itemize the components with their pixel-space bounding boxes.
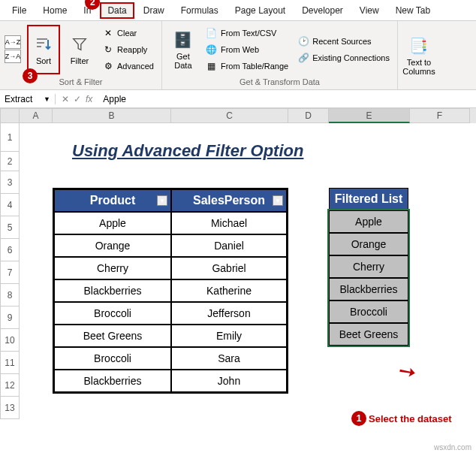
page-title: Using Advanced Filter Option — [72, 141, 303, 161]
recent-sources-button[interactable]: 🕑Recent Sources — [294, 34, 393, 49]
row-header[interactable]: 3 — [0, 171, 20, 194]
group-get-transform: 🗄️ Get Data 📄From Text/CSV 🌐From Web ▦Fr… — [162, 21, 398, 89]
watermark: wsxdn.com — [434, 443, 471, 451]
annotation-step1: 1 Select the dataset — [351, 411, 452, 426]
table-row[interactable]: OrangeDaniel — [54, 234, 287, 257]
tab-page-layout[interactable]: Page Layout — [227, 2, 293, 19]
row-header[interactable]: 2 — [0, 152, 20, 171]
reapply-button[interactable]: ↻Reapply — [99, 42, 157, 57]
callout-badge-3: 3 — [23, 68, 38, 83]
group-text-to-columns: 📑 Text to Columns — [398, 21, 440, 89]
recent-icon: 🕑 — [297, 35, 309, 47]
header-product[interactable]: Product▼ — [54, 189, 171, 212]
table-row[interactable]: Beet GreensEmily — [54, 325, 287, 347]
row-headers — [0, 108, 20, 123]
text-to-columns-icon: 📑 — [408, 35, 429, 56]
clear-button[interactable]: ✕Clear — [99, 26, 157, 41]
tab-file[interactable]: File — [5, 2, 34, 19]
row-header[interactable]: 7 — [0, 261, 20, 284]
list-item[interactable]: Broccoli — [329, 300, 408, 323]
get-data-button[interactable]: 🗄️ Get Data — [167, 25, 200, 74]
list-item[interactable]: Apple — [329, 210, 408, 233]
header-salesperson[interactable]: SalesPerson▼ — [171, 189, 287, 212]
clear-icon: ✕ — [102, 27, 114, 39]
table-row[interactable]: BlackberriesKatherine — [54, 279, 287, 302]
name-box[interactable]: Extract ▼ — [0, 94, 56, 104]
cancel-icon[interactable]: ✕ — [62, 94, 69, 104]
sort-za-button[interactable]: Z→A — [5, 50, 21, 63]
filter-label: Filter — [71, 56, 89, 65]
tab-developer[interactable]: Developer — [294, 2, 351, 19]
list-item[interactable]: Orange — [329, 233, 408, 255]
svg-rect-0 — [37, 38, 47, 40]
from-web-button[interactable]: 🌐From Web — [203, 42, 291, 57]
text-to-columns-button[interactable]: 📑 Text to Columns — [402, 31, 435, 80]
row-header[interactable]: 5 — [0, 216, 20, 239]
sort-button[interactable]: Sort 3 — [27, 25, 60, 74]
filter-button[interactable]: Filter — [63, 25, 96, 74]
tab-view[interactable]: View — [352, 2, 387, 19]
row-header[interactable]: 6 — [0, 239, 20, 261]
row-header[interactable]: 12 — [0, 374, 20, 397]
tab-data-label: Data — [107, 5, 126, 16]
col-header-a[interactable]: A — [20, 108, 53, 123]
table-row[interactable]: BlackberriesJohn — [54, 370, 287, 392]
formula-bar: Extract ▼ ✕ ✓ fx Apple — [0, 90, 476, 108]
svg-rect-1 — [37, 42, 44, 44]
table-row[interactable]: CherryGabriel — [54, 257, 287, 279]
table-row[interactable]: BroccoliSara — [54, 347, 287, 370]
row-header[interactable]: 10 — [0, 329, 20, 352]
tab-new-tab[interactable]: New Tab — [388, 2, 438, 19]
arrow-icon: ➘ — [393, 356, 421, 386]
from-table-button[interactable]: ▦From Table/Range — [203, 59, 291, 74]
filtered-header[interactable]: Filtered List — [329, 188, 408, 210]
sort-az-button[interactable]: A→Z — [5, 35, 21, 49]
column-headers: A B C D E F — [20, 108, 476, 123]
col-header-b[interactable]: B — [53, 108, 171, 123]
csv-icon: 📄 — [206, 27, 218, 39]
web-icon: 🌐 — [206, 44, 218, 56]
row-header[interactable]: 8 — [0, 284, 20, 307]
get-data-icon: 🗄️ — [173, 29, 194, 50]
list-item[interactable]: Blackberries — [329, 278, 408, 300]
tab-draw[interactable]: Draw — [136, 2, 172, 19]
sort-shortcut-col: A→Z Z→A — [5, 35, 21, 63]
sort-label: Sort — [36, 56, 51, 65]
annotation-step1-text: Select the dataset — [369, 413, 452, 424]
row-header[interactable]: 11 — [0, 352, 20, 374]
list-item[interactable]: Beet Greens — [329, 323, 408, 346]
row-header[interactable]: 9 — [0, 307, 20, 329]
tab-home[interactable]: Home — [35, 2, 74, 19]
col-header-c[interactable]: C — [171, 108, 288, 123]
from-text-csv-button[interactable]: 📄From Text/CSV — [203, 26, 291, 41]
advanced-button[interactable]: ⚙Advanced — [99, 59, 157, 74]
col-header-f[interactable]: F — [410, 108, 470, 123]
formula-input[interactable]: Apple — [98, 94, 131, 104]
filter-dropdown-icon[interactable]: ▼ — [273, 195, 283, 206]
tab-data[interactable]: Data 2 — [100, 2, 134, 19]
tab-formulas[interactable]: Formulas — [173, 2, 226, 19]
group-label-transform: Get & Transform Data — [167, 76, 393, 88]
row-header[interactable]: 4 — [0, 194, 20, 216]
row-header[interactable]: 1 — [0, 123, 20, 152]
col-header-e[interactable]: E — [329, 108, 410, 123]
data-table[interactable]: Product▼ SalesPerson▼ AppleMichael Orang… — [53, 188, 288, 394]
table-row[interactable]: BroccoliJefferson — [54, 302, 287, 325]
filtered-list-table[interactable]: Filtered List Apple Orange Cherry Blackb… — [329, 188, 408, 346]
fx-icon[interactable]: fx — [86, 94, 92, 104]
callout-badge-1: 1 — [351, 411, 366, 426]
group-sort-filter: A→Z Z→A Sort 3 Filter ✕Clear ↻Reapply ⚙A… — [0, 21, 162, 89]
filter-icon — [69, 34, 90, 55]
table-icon: ▦ — [206, 60, 218, 72]
col-header-d[interactable]: D — [288, 108, 329, 123]
advanced-icon: ⚙ — [102, 60, 114, 72]
row-header-blank — [0, 108, 20, 123]
formula-bar-icons: ✕ ✓ fx — [56, 94, 98, 104]
list-item[interactable]: Cherry — [329, 255, 408, 278]
ribbon: A→Z Z→A Sort 3 Filter ✕Clear ↻Reapply ⚙A… — [0, 21, 476, 90]
accept-icon[interactable]: ✓ — [74, 94, 81, 104]
existing-connections-button[interactable]: 🔗Existing Connections — [294, 50, 393, 65]
row-header[interactable]: 13 — [0, 397, 20, 419]
filter-dropdown-icon[interactable]: ▼ — [157, 195, 167, 206]
table-row[interactable]: AppleMichael — [54, 212, 287, 234]
